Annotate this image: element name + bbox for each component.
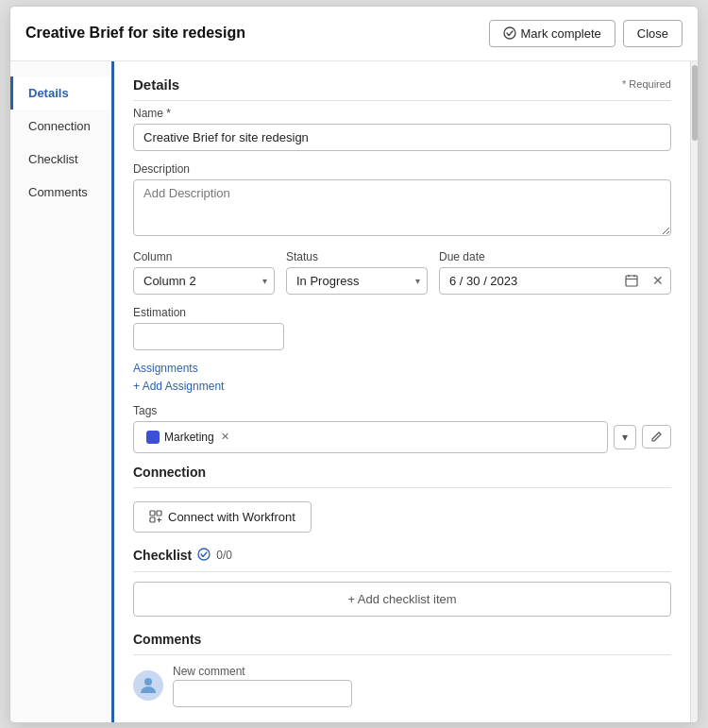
estimation-label: Estimation: [133, 306, 671, 319]
connection-title: Connection: [133, 465, 206, 480]
status-label: Status: [286, 250, 428, 263]
connect-icon: [149, 510, 162, 523]
add-assignment-link[interactable]: + Add Assignment: [133, 380, 224, 393]
modal-title: Creative Brief for site redesign: [25, 25, 245, 42]
description-label: Description: [133, 162, 671, 176]
status-group: Status Not Started In Progress Complete …: [286, 250, 428, 295]
svg-point-10: [198, 549, 210, 560]
modal-header: Creative Brief for site redesign Mark co…: [10, 7, 698, 61]
header-buttons: Mark complete Close: [489, 20, 683, 47]
svg-point-0: [504, 27, 515, 39]
pencil-icon: [650, 431, 663, 443]
due-date-input[interactable]: [440, 268, 617, 294]
check-circle-icon: [503, 26, 516, 40]
modal: Creative Brief for site redesign Mark co…: [9, 6, 699, 723]
comments-title: Comments: [133, 632, 201, 647]
user-avatar: [133, 670, 163, 701]
estimation-input[interactable]: [133, 323, 284, 350]
details-title: Details: [133, 76, 179, 93]
details-section-header: Details * Required: [133, 76, 671, 101]
svg-rect-5: [150, 511, 155, 516]
new-comment-field-wrapper: New comment: [173, 665, 671, 707]
column-label: Column: [133, 250, 275, 263]
comments-content: New comment: [133, 665, 671, 707]
connection-content: Connect with Workfront: [133, 498, 671, 533]
name-group: Name *: [133, 107, 671, 151]
assignments-label: Assignments: [133, 362, 671, 375]
tags-group: Tags Marketing ✕ ▾: [133, 404, 671, 453]
column-group: Column Column 1 Column 2 Column 3 ▾: [133, 250, 275, 295]
due-date-label: Due date: [439, 250, 671, 263]
comment-input[interactable]: [173, 680, 352, 707]
checklist-progress: 0/0: [216, 549, 232, 562]
sidebar-item-connection[interactable]: Connection: [10, 110, 111, 143]
column-select[interactable]: Column 1 Column 2 Column 3: [133, 267, 275, 295]
tag-color-dot: [146, 431, 160, 444]
tags-edit-button[interactable]: [642, 425, 671, 449]
tags-row: Marketing ✕ ▾: [133, 421, 671, 453]
column-status-date-row: Column Column 1 Column 2 Column 3 ▾ Stat…: [133, 250, 671, 295]
add-checklist-button[interactable]: + Add checklist item: [133, 582, 671, 617]
sidebar-item-checklist[interactable]: Checklist: [10, 143, 111, 176]
sidebar-item-details[interactable]: Details: [10, 76, 111, 110]
checklist-section-header: Checklist 0/0: [133, 548, 671, 572]
checklist-title: Checklist: [133, 548, 192, 563]
tag-marketing: Marketing ✕: [142, 429, 234, 446]
scrollbar-track[interactable]: [690, 61, 698, 722]
scrollbar-thumb[interactable]: [692, 65, 698, 141]
column-select-wrapper: Column 1 Column 2 Column 3 ▾: [133, 267, 275, 295]
tags-chevron-icon: ▾: [622, 431, 628, 444]
calendar-icon-button[interactable]: [617, 269, 646, 292]
status-select-wrapper: Not Started In Progress Complete ▾: [286, 267, 428, 295]
svg-rect-6: [157, 511, 161, 516]
checklist-check-icon: [197, 548, 211, 564]
description-group: Description: [133, 162, 671, 239]
tags-container[interactable]: Marketing ✕: [133, 421, 608, 453]
connect-workfront-button[interactable]: Connect with Workfront: [133, 501, 312, 533]
estimation-group: Estimation: [133, 306, 671, 350]
status-select[interactable]: Not Started In Progress Complete: [286, 267, 428, 295]
close-button[interactable]: Close: [623, 20, 683, 47]
calendar-icon: [625, 274, 638, 287]
tag-label: Marketing: [164, 431, 214, 444]
tags-label: Tags: [133, 404, 671, 417]
connection-section-header: Connection: [133, 465, 671, 488]
new-comment-label: New comment: [173, 665, 671, 678]
mark-complete-button[interactable]: Mark complete: [489, 20, 615, 47]
required-note: * Required: [622, 78, 671, 90]
avatar-icon: [137, 674, 160, 697]
svg-point-11: [144, 678, 152, 686]
tags-dropdown-button[interactable]: ▾: [614, 425, 636, 449]
comments-section-header: Comments: [133, 632, 671, 655]
sidebar: Details Connection Checklist Comments: [10, 61, 114, 722]
description-textarea[interactable]: [133, 179, 671, 236]
name-label: Name *: [133, 107, 671, 120]
name-input[interactable]: [133, 124, 671, 151]
svg-rect-7: [150, 517, 155, 522]
main-content: Details * Required Name * Description Co…: [114, 61, 690, 722]
date-field: ✕: [439, 267, 671, 295]
sidebar-item-comments[interactable]: Comments: [10, 176, 111, 209]
connect-label: Connect with Workfront: [168, 510, 295, 524]
tag-remove-button[interactable]: ✕: [221, 431, 229, 443]
new-comment-row: New comment: [133, 665, 671, 707]
svg-rect-1: [626, 276, 637, 286]
due-date-group: Due date ✕: [439, 250, 671, 295]
clear-date-button[interactable]: ✕: [646, 268, 670, 293]
modal-body: Details Connection Checklist Comments De…: [10, 61, 698, 722]
assignments-group: Assignments + Add Assignment: [133, 362, 671, 393]
